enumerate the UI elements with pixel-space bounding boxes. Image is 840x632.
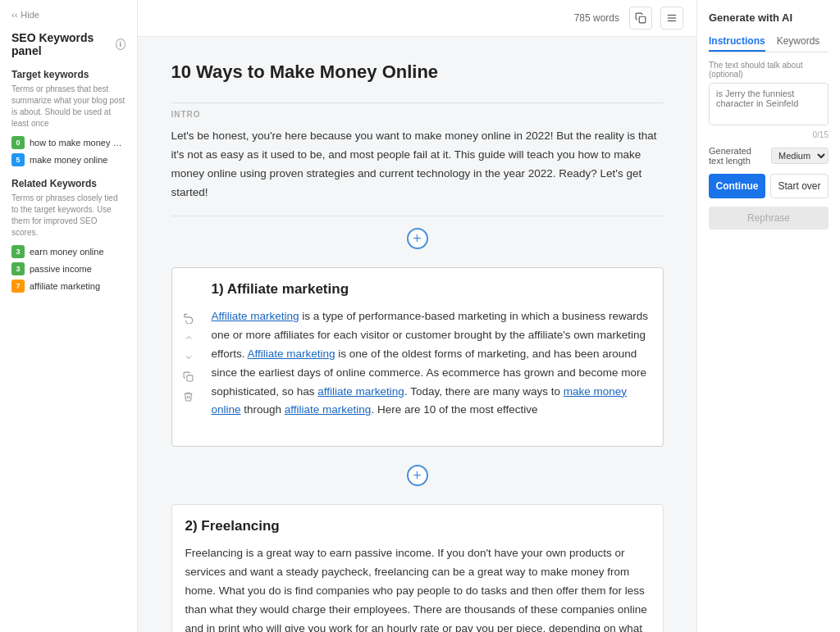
- ai-action-buttons: Continue Start over: [709, 174, 829, 198]
- keyword-text-1: make money online: [30, 155, 107, 165]
- undo-button[interactable]: [180, 310, 197, 326]
- related-badge-1: 3: [11, 262, 25, 275]
- panel-title: SEO Keywords panel i: [11, 31, 126, 57]
- char-count: 0/15: [709, 130, 829, 139]
- info-icon[interactable]: i: [116, 39, 126, 50]
- intro-paragraph[interactable]: Let's be honest, you're here because you…: [171, 127, 664, 202]
- tab-keywords[interactable]: Keywords: [777, 32, 820, 52]
- svg-rect-0: [639, 16, 646, 23]
- duplicate-button[interactable]: [180, 369, 197, 385]
- menu-icon-button[interactable]: [660, 7, 683, 30]
- rephrase-button[interactable]: Rephrase: [709, 207, 829, 230]
- copy-icon-button[interactable]: [629, 7, 652, 30]
- related-text-2: affiliate marketing: [30, 281, 100, 291]
- topbar: 785 words: [138, 0, 696, 37]
- related-keywords-desc: Terms or phrases closely tied to the tar…: [11, 193, 126, 239]
- keyword-badge-1: 5: [11, 153, 25, 166]
- start-over-button[interactable]: Start over: [770, 174, 829, 198]
- move-down-button[interactable]: [180, 349, 197, 366]
- block-controls: [180, 310, 197, 405]
- keyword-text-0: how to make money online i...: [30, 138, 126, 148]
- related-keyword-item-1[interactable]: 3 passive income: [11, 262, 126, 275]
- add-block-button-1[interactable]: +: [407, 228, 428, 249]
- ai-tabs: Instructions Keywords: [709, 32, 829, 52]
- freelancing-heading[interactable]: 2) Freelancing: [185, 518, 650, 534]
- ai-panel-title: Generate with AI: [709, 11, 829, 24]
- add-block-row-2: +: [171, 453, 664, 498]
- tab-instructions[interactable]: Instructions: [709, 32, 765, 52]
- ai-panel: Generate with AI Instructions Keywords T…: [696, 0, 840, 632]
- ai-instructions-input[interactable]: [709, 83, 829, 125]
- hide-label: Hide: [21, 10, 39, 20]
- freelancing-paragraph[interactable]: Freelancing is a great way to earn passi…: [185, 544, 650, 632]
- editor-wrapper: 10 Ways to Make Money Online INTRO Let's…: [155, 61, 680, 632]
- article-title[interactable]: 10 Ways to Make Money Online: [171, 61, 664, 83]
- main-content: 785 words 10 Ways to Make Money Online I…: [138, 0, 696, 632]
- move-up-button[interactable]: [180, 330, 197, 346]
- affiliate-block: 1) Affiliate marketing Affiliate marketi…: [171, 267, 664, 448]
- affiliate-link-3[interactable]: affiliate marketing: [317, 385, 404, 398]
- sidebar: ‹‹ Hide SEO Keywords panel i Target keyw…: [0, 0, 138, 632]
- length-select[interactable]: Medium Short Long: [771, 148, 829, 164]
- related-text-1: passive income: [30, 264, 92, 274]
- keyword-badge-0: 0: [11, 136, 25, 149]
- delete-button[interactable]: [180, 389, 197, 405]
- affiliate-link-1[interactable]: Affiliate marketing: [212, 310, 299, 322]
- chevron-left-icon: ‹‹: [11, 10, 17, 20]
- topbar-icons: [629, 7, 683, 30]
- related-keywords-label: Related Keywords: [11, 178, 126, 189]
- target-keywords-desc: Terms or phrases that best summarize wha…: [11, 84, 126, 130]
- related-text-0: earn money online: [30, 247, 104, 257]
- related-keyword-item-0[interactable]: 3 earn money online: [11, 245, 126, 258]
- freelancing-block: 2) Freelancing Freelancing is a great wa…: [171, 504, 664, 632]
- intro-label: INTRO: [171, 110, 664, 119]
- target-keyword-item-1[interactable]: 5 make money online: [11, 153, 126, 166]
- textarea-label: The text should talk about (optional): [709, 61, 829, 79]
- svg-rect-4: [187, 375, 193, 381]
- add-block-button-2[interactable]: +: [407, 465, 428, 486]
- length-row: Generated text length Medium Short Long: [709, 146, 829, 166]
- section-divider-top: [171, 102, 664, 103]
- word-count: 785 words: [574, 12, 619, 24]
- target-keywords-label: Target keywords: [11, 69, 126, 80]
- related-badge-0: 3: [11, 245, 25, 258]
- length-label: Generated text length: [709, 146, 766, 166]
- add-block-row-1: +: [171, 216, 664, 261]
- affiliate-paragraph[interactable]: Affiliate marketing is a type of perform…: [212, 307, 650, 421]
- related-badge-2: 7: [11, 280, 25, 293]
- target-keyword-item-0[interactable]: 0 how to make money online i...: [11, 136, 126, 149]
- affiliate-link-2[interactable]: Affiliate marketing: [248, 348, 336, 360]
- make-money-link[interactable]: make money online: [212, 385, 628, 416]
- continue-button[interactable]: Continue: [709, 174, 765, 198]
- hide-panel-button[interactable]: ‹‹ Hide: [11, 10, 126, 20]
- affiliate-link-4[interactable]: affiliate marketing: [285, 403, 372, 416]
- related-keyword-item-2[interactable]: 7 affiliate marketing: [11, 280, 126, 293]
- affiliate-heading[interactable]: 1) Affiliate marketing: [212, 281, 650, 298]
